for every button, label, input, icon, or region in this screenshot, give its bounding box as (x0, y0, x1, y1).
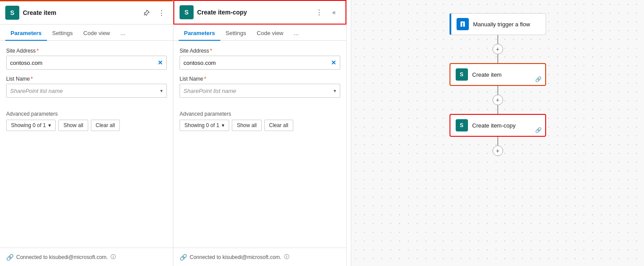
panel1-footer: 🔗 Connected to kisubedi@microsoft.com. ⓘ (0, 248, 173, 266)
add-step-button-3[interactable]: + (493, 145, 503, 156)
panel2-site-address-label: Site Address * (180, 48, 340, 54)
tab-panel2-settings[interactable]: Settings (220, 26, 252, 41)
tab-panel2-parameters[interactable]: Parameters (179, 26, 220, 41)
panel1-link-icon: 🔗 (6, 254, 14, 261)
panel2-showing-dropdown[interactable]: Showing 0 of 1 ▾ (180, 120, 229, 131)
panel2-showing-text: Showing 0 of 1 (184, 122, 219, 128)
panel1-pin-button[interactable] (140, 7, 153, 19)
panel1-header: S Create item ⋮ (0, 0, 173, 25)
panel2-footer-text: Connected to kisubedi@microsoft.com. (190, 254, 281, 260)
add-step-button-2[interactable]: + (493, 95, 503, 105)
trigger-node-icon (457, 18, 469, 30)
panel2-actions: ⋮ « (313, 6, 340, 18)
create-item-copy-node-icon: S (456, 119, 468, 131)
panel2-site-address-clear[interactable]: ✕ (331, 59, 336, 66)
panel1-title: Create item (23, 9, 137, 16)
panel1-site-address-value: contoso.com (10, 60, 158, 66)
create-item-node-label: Create item (472, 71, 502, 78)
flow-node-create-item-copy[interactable]: S Create item-copy 🔗 (450, 114, 546, 137)
flow-line-3 (497, 137, 498, 145)
flow-line-1b (497, 54, 498, 63)
create-item-copy-link-icon: 🔗 (535, 127, 542, 133)
panel1-list-chevron-icon: ▾ (160, 88, 163, 94)
panel2-list-name-select[interactable]: SharePoint list name ▾ (180, 84, 340, 98)
panel2-advanced-controls: Showing 0 of 1 ▾ Show all Clear all (180, 120, 340, 131)
tab-panel1-settings[interactable]: Settings (47, 26, 78, 41)
panel1-showing-dropdown[interactable]: Showing 0 of 1 ▾ (6, 120, 56, 131)
panel1-more-button[interactable]: ⋮ (155, 7, 168, 19)
svg-rect-2 (463, 23, 465, 27)
panel2-list-name-group: List Name * SharePoint list name ▾ (180, 76, 340, 98)
panel1-body: Site Address * contoso.com ✕ List Name *… (0, 41, 173, 248)
panel-create-item: S Create item ⋮ Parameters Settings Code… (0, 0, 173, 266)
flow-node-create-item[interactable]: S Create item 🔗 (450, 63, 546, 86)
panel1-list-placeholder: SharePoint list name (10, 88, 160, 94)
panel1-advanced-section: Advanced parameters Showing 0 of 1 ▾ Sho… (6, 106, 167, 131)
panel1-list-name-label: List Name * (6, 76, 167, 82)
panel2-show-all-button[interactable]: Show all (232, 120, 261, 131)
create-item-link-icon: 🔗 (535, 76, 542, 82)
panel2-list-name-label: List Name * (180, 76, 340, 82)
panel2-list-chevron-icon: ▾ (334, 88, 336, 94)
tab-panel1-code-view[interactable]: Code view (78, 26, 115, 41)
panel1-clear-all-button[interactable]: Clear all (91, 120, 120, 131)
panel1-icon: S (5, 6, 19, 20)
panel1-tabs: Parameters Settings Code view ... (0, 26, 173, 41)
panel2-advanced-label: Advanced parameters (180, 111, 340, 117)
panel2-tabs: Parameters Settings Code view ... (173, 26, 346, 41)
panel1-footer-text: Connected to kisubedi@microsoft.com. (16, 254, 108, 260)
panel2-icon: S (180, 5, 194, 19)
panel1-required-star: * (36, 48, 39, 54)
panel2-list-required-star: * (204, 76, 206, 82)
panel2-info-icon[interactable]: ⓘ (284, 253, 289, 261)
flow-canvas: Manually trigger a flow + S Create item … (432, 13, 564, 156)
create-item-node-icon: S (456, 68, 468, 81)
tab-panel1-more[interactable]: ... (115, 26, 131, 41)
panel2-advanced-section: Advanced parameters Showing 0 of 1 ▾ Sho… (180, 106, 340, 131)
panel1-actions: ⋮ (140, 7, 168, 19)
flow-canvas-area: Manually trigger a flow + S Create item … (351, 0, 644, 266)
panel2-site-address-input[interactable]: contoso.com ✕ (180, 56, 340, 70)
panel1-site-address-label: Site Address * (6, 48, 167, 54)
panel1-advanced-label: Advanced parameters (6, 111, 167, 117)
panel2-more-button[interactable]: ⋮ (313, 6, 325, 18)
connector-2: + (493, 86, 503, 114)
tab-panel2-code-view[interactable]: Code view (252, 26, 289, 41)
create-item-copy-node-label: Create item-copy (472, 122, 516, 129)
panel1-advanced-controls: Showing 0 of 1 ▾ Show all Clear all (6, 120, 167, 131)
panel1-info-icon[interactable]: ⓘ (111, 253, 116, 261)
panel2-title: Create item-copy (197, 9, 309, 16)
panel-create-item-copy: S Create item-copy ⋮ « Parameters Settin… (173, 0, 347, 266)
panel2-showing-chevron-icon: ▾ (222, 122, 224, 128)
panel1-site-address-group: Site Address * contoso.com ✕ (6, 48, 167, 70)
panel1-showing-chevron-icon: ▾ (48, 122, 51, 128)
panel1-site-address-input[interactable]: contoso.com ✕ (6, 56, 167, 70)
add-step-button-1[interactable]: + (493, 44, 503, 54)
trigger-node-label: Manually trigger a flow (473, 21, 530, 28)
panel2-required-star: * (210, 48, 212, 54)
panel2-site-address-group: Site Address * contoso.com ✕ (180, 48, 340, 70)
flow-line-2 (497, 86, 498, 95)
tab-panel1-parameters[interactable]: Parameters (5, 26, 47, 41)
panel2-footer: 🔗 Connected to kisubedi@microsoft.com. ⓘ (173, 248, 346, 266)
panel1-list-name-select[interactable]: SharePoint list name ▾ (6, 84, 167, 98)
panel1-showing-text: Showing 0 of 1 (11, 122, 46, 128)
svg-line-0 (144, 14, 145, 15)
connector-1: + (493, 35, 503, 63)
panel1-site-address-clear[interactable]: ✕ (158, 59, 163, 66)
panel2-header: S Create item-copy ⋮ « (173, 0, 346, 25)
panel2-list-placeholder: SharePoint list name (183, 88, 334, 94)
panel2-link-icon: 🔗 (180, 254, 187, 261)
panel1-list-required-star: * (31, 76, 33, 82)
panel2-body: Site Address * contoso.com ✕ List Name *… (173, 41, 346, 248)
panel2-collapse-button[interactable]: « (328, 6, 340, 18)
tab-panel2-more[interactable]: ... (289, 26, 304, 41)
panel2-clear-all-button[interactable]: Clear all (264, 120, 293, 131)
panel1-list-name-group: List Name * SharePoint list name ▾ (6, 76, 167, 98)
flow-line-2b (497, 105, 498, 114)
panel1-show-all-button[interactable]: Show all (58, 120, 88, 131)
connector-3: + (493, 137, 503, 156)
panel2-site-address-value: contoso.com (183, 60, 331, 66)
flow-node-trigger[interactable]: Manually trigger a flow (450, 13, 546, 35)
flow-line-1 (497, 35, 498, 44)
